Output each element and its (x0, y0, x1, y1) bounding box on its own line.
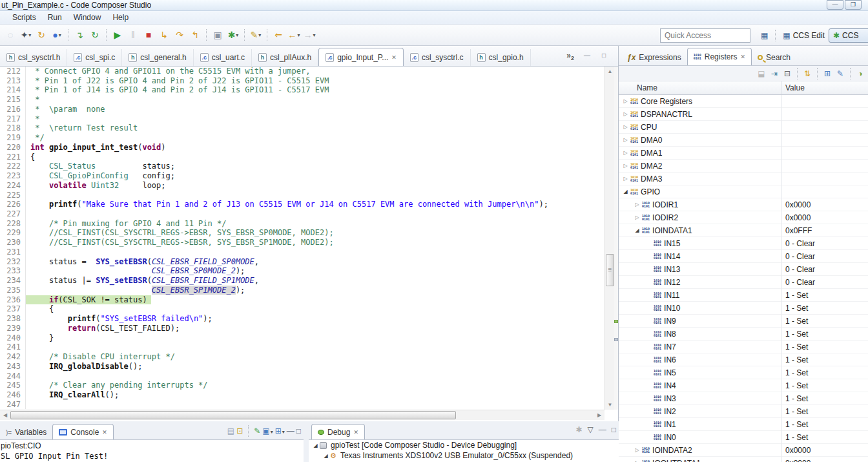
vertical-scroll-thumb[interactable] (606, 254, 614, 286)
tree-collapsed-icon[interactable]: ▷ (621, 124, 630, 130)
editor-tab-csl-pllaux-h[interactable]: hcsl_pllAux.h (252, 49, 318, 66)
tab-debug[interactable]: Debug ✕ (311, 424, 365, 439)
code-line[interactable]: 235 CSL_EBSR_SP1MODE_2); (0, 286, 604, 295)
register-row[interactable]: 10100101IN140 - Clear (619, 250, 868, 263)
scroll-up-arrow-icon[interactable]: ▲ (605, 67, 615, 76)
window-icon[interactable]: ▣ (211, 28, 225, 42)
menu-window[interactable]: Window (68, 12, 107, 23)
maximize-icon[interactable]: □ (612, 425, 616, 434)
refresh-registers-icon[interactable]: ⇅ (801, 69, 814, 78)
code-line[interactable]: 243 IRQ_globalDisable(); (0, 362, 604, 372)
close-icon[interactable]: ✕ (102, 429, 107, 436)
registers-tree[interactable]: ▷10100101Core Registers▷10100101DSPANACT… (619, 95, 868, 462)
register-row[interactable]: 10100101IN51 - Set (619, 366, 868, 379)
register-row[interactable]: ▷10100101IOOUTDATA10x0000 (619, 457, 868, 462)
dropdown-arrow-icon[interactable]: ▾ (59, 32, 61, 38)
dropdown-arrow-icon[interactable]: ▾ (297, 32, 300, 38)
register-row[interactable]: 10100101IN81 - Set (619, 328, 868, 341)
ccs-edit-perspective-button[interactable]: ▦ CCS Edit (779, 29, 829, 42)
scroll-left-arrow-icon[interactable]: ◀ (0, 410, 10, 420)
tab-overflow-indicator[interactable]: »2 (566, 51, 574, 61)
debug-tree-row[interactable]: ◢⚙Texas Instruments XDS100v2 USB Emulato… (309, 450, 619, 461)
editor-tab-csl-gpio-h[interactable]: hcsl_gpio.h (471, 49, 531, 66)
pin-console-icon[interactable]: ✎ (254, 426, 260, 436)
clipped-icon[interactable]: ◑ (854, 69, 867, 78)
code-lines[interactable]: 212 * Connect GPIO 4 and GPIO11 on the C… (0, 67, 604, 410)
code-line[interactable]: 218 * \return Test result (0, 123, 604, 133)
code-line[interactable]: 214 * Pin 1 of J14 is GPIO 4 and Pin 2 o… (0, 85, 604, 95)
forward-icon[interactable]: →▾ (302, 28, 316, 42)
code-line[interactable]: 238 printf("SYS_setEBSR failed\n"); (0, 314, 604, 324)
ccs-debug-perspective-button[interactable]: ✱ CCS (829, 28, 868, 43)
register-row[interactable]: ▷10100101CPU (619, 121, 868, 134)
restart-icon[interactable]: ↻ (34, 28, 48, 42)
close-icon[interactable]: ✕ (391, 54, 397, 61)
window-maximize-button[interactable]: ❐ (845, 0, 862, 10)
register-row[interactable]: ▷10100101IOINDATA20x0000 (619, 444, 868, 457)
disconnect-icon[interactable]: ✱ (575, 425, 582, 434)
editor-tab-csl-spi-c[interactable]: .ccsl_spi.c (67, 49, 122, 66)
dropdown-arrow-icon[interactable]: ▾ (28, 32, 31, 38)
code-line[interactable]: 213 * Pin 1 of J22 is GPIO 4 and Pin 2 o… (0, 76, 604, 86)
back-new-icon[interactable]: ⇐ (271, 28, 285, 42)
close-icon[interactable]: ✕ (740, 54, 745, 60)
quick-access-input[interactable] (660, 28, 750, 43)
code-line[interactable]: 224 volatile Uint32 loop; (0, 181, 604, 191)
code-line[interactable]: 223 CSL_GpioPinConfig config; (0, 171, 604, 181)
new-register-view-icon[interactable]: ⊞ (821, 69, 834, 78)
code-line[interactable]: 233 CSL_EBSR_SP0MODE_2); (0, 266, 604, 276)
code-line[interactable]: 240 } (0, 333, 604, 343)
suspend-icon[interactable]: ‖ (126, 28, 140, 42)
register-row[interactable]: 10100101IN41 - Set (619, 379, 868, 392)
highlight-marker[interactable] (614, 320, 618, 323)
tab-variables[interactable]: )= Variables (0, 425, 52, 439)
editor-maximize-icon[interactable]: □ (599, 51, 609, 60)
menu-help[interactable]: Help (107, 12, 134, 23)
assembly-step-over-icon[interactable]: ↻ (88, 28, 102, 42)
tree-collapsed-icon[interactable]: ▷ (621, 176, 630, 182)
code-line[interactable]: 216 * \param none (0, 105, 604, 114)
register-row[interactable]: ◢10100101IOINDATA10x0FFF (619, 224, 868, 237)
column-name[interactable]: Name (619, 81, 781, 94)
close-icon[interactable]: ✕ (353, 429, 358, 436)
collapse-all-icon[interactable]: ⊟ (781, 69, 794, 78)
horizontal-scroll-thumb[interactable] (10, 411, 456, 419)
step-return-icon[interactable]: ↰ (188, 28, 202, 42)
code-line[interactable]: 241 (0, 342, 604, 352)
code-line[interactable]: 225 (0, 191, 604, 200)
code-line[interactable]: 230 //CSL_FINST(CSL_SYSCTRL_REGS->EBSR, … (0, 238, 604, 247)
dropdown-arrow-icon[interactable]: ▾ (236, 32, 238, 38)
code-line[interactable]: 232 status = SYS_setEBSR(CSL_EBSR_FIELD_… (0, 257, 604, 267)
code-line[interactable]: 244 (0, 372, 604, 381)
code-line[interactable]: 212 * Connect GPIO 4 and GPIO11 on the C… (0, 67, 604, 76)
horizontal-scrollbar[interactable]: ◀ ▶ (0, 410, 604, 420)
overview-ruler[interactable] (614, 67, 618, 410)
brush-icon[interactable]: ✎▾ (249, 28, 263, 42)
view-menu-icon[interactable]: ▽ (588, 425, 594, 434)
edit-register-icon[interactable]: ✎ (834, 69, 847, 78)
tree-collapsed-icon[interactable]: ▷ (621, 98, 630, 104)
code-line[interactable]: 245 /* Clear any pending interrupts */ (0, 381, 604, 390)
terminate-icon[interactable]: ■ (141, 28, 156, 42)
console-output[interactable]: pioTest:CIO SL GPIO Input Pin Test! (0, 439, 304, 462)
debug-bug-icon[interactable]: ✱▾ (226, 28, 240, 42)
dropdown-arrow-icon[interactable]: ▾ (313, 32, 315, 38)
dropdown-arrow-icon[interactable]: ▾ (282, 429, 285, 435)
code-line[interactable]: 228 /* Pin muxing for GPIO 4 and 11 Pin … (0, 219, 604, 229)
tree-collapsed-icon[interactable]: ▷ (621, 137, 630, 143)
register-row[interactable]: ▷10100101DMA1 (619, 147, 868, 160)
code-line[interactable]: 226 printf("Make Sure that Pin 1 and 2 o… (0, 200, 604, 209)
register-row[interactable]: ◢10100101GPIO (619, 185, 868, 198)
maximize-icon[interactable]: □ (296, 426, 301, 436)
tree-expanded-icon[interactable]: ◢ (311, 443, 320, 448)
code-line[interactable]: 229 //CSL_FINST(CSL_SYSCTRL_REGS->EBSR, … (0, 228, 604, 238)
scroll-down-arrow-icon[interactable]: ▼ (605, 400, 615, 410)
register-row[interactable]: 10100101IN21 - Set (619, 405, 868, 418)
register-row[interactable]: 10100101IN120 - Clear (619, 276, 868, 289)
menu-run[interactable]: Run (42, 12, 68, 23)
editor-tab-csl-general-h[interactable]: hcsl_general.h (122, 49, 193, 66)
code-line[interactable]: 222 CSL_Status status; (0, 162, 604, 171)
tab-registers[interactable]: 10100101 Registers ✕ (687, 48, 752, 65)
code-line[interactable]: 242 /* Disable CPU interrupt */ (0, 352, 604, 362)
code-line[interactable]: 219 */ (0, 133, 604, 143)
